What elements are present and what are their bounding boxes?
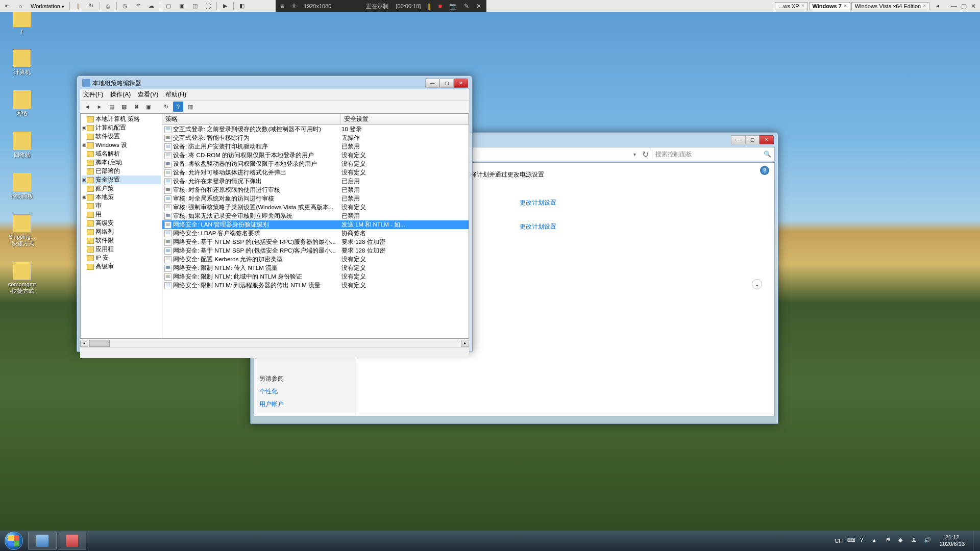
show-desktop-button[interactable] [973,531,980,551]
maximize-button[interactable]: ▢ [745,135,760,144]
close-icon[interactable]: × [801,3,804,9]
tree-item[interactable]: ▣安全设置 [82,176,161,184]
menu-action[interactable]: 操作(A) [110,90,131,99]
tray-keyboard-icon[interactable]: ⌨ [847,537,855,545]
policy-row[interactable]: 网络安全: 限制 NTLM: 此域中的 NTLM 身份验证没有定义 [162,272,469,281]
tray-chevron-icon[interactable]: ▴ [873,537,881,545]
vm-clock-icon[interactable]: ◷ [120,2,130,11]
close-button[interactable]: ✕ [454,79,468,88]
policy-row[interactable]: 设备: 防止用户安装打印机驱动程序已禁用 [162,142,469,151]
sidebar-link-personalize[interactable]: 个性化 [259,385,351,398]
policy-row[interactable]: 审核: 强制审核策略子类别设置(Windows Vista 或更高版本...没有… [162,203,469,212]
policy-row[interactable]: 审核: 如果无法记录安全审核则立即关闭系统已禁用 [162,212,469,220]
desktop-icon-folder[interactable]: f [4,9,40,35]
rec-camera-icon[interactable]: 📷 [449,3,457,10]
vm-revert-icon[interactable]: ↶ [133,2,143,11]
vm-manage-icon[interactable]: ☁ [146,2,157,11]
vm-tab-win7[interactable]: Windows 7× [809,2,850,10]
vm-home-icon[interactable]: ⌂ [15,2,26,11]
vm-view1-icon[interactable]: ▢ [163,2,174,11]
tree-item[interactable]: 已部署的 [82,167,161,176]
tree-item[interactable]: 应用程 [82,245,161,254]
policy-row[interactable]: 设备: 允许在未登录的情况下弹出已启用 [162,177,469,186]
scroll-right-icon[interactable]: ▸ [461,340,469,347]
vm-view3-icon[interactable]: ◫ [190,2,200,11]
col-setting[interactable]: 安全设置 [341,114,469,124]
sidebar-link-user[interactable]: 用户帐户 [259,398,351,411]
vm-fullscreen-icon[interactable]: ▶ [220,2,230,11]
dropdown-icon[interactable]: ▾ [630,152,639,157]
rec-pencil-icon[interactable]: ✎ [464,3,469,10]
back-icon[interactable]: ◄ [82,102,92,112]
vm-pause-icon[interactable]: ‖ [73,2,83,11]
tree-item[interactable]: ▣本地策 [82,193,161,202]
tree-item[interactable]: ▣计算机配置 [82,123,161,132]
scroll-thumb[interactable] [89,340,110,347]
policy-row[interactable]: 网络安全: 基于 NTLM SSP 的(包括安全 RPC)客户端的最小...要求… [162,246,469,255]
rec-pause-icon[interactable]: ‖ [428,3,431,10]
tray-help-icon[interactable]: ? [860,537,868,545]
expand-icon[interactable]: ⌄ [752,279,762,289]
menu-help[interactable]: 帮助(H) [165,90,186,99]
maximize-button[interactable]: ▢ [439,79,454,88]
policy-row[interactable]: 网络安全: 基于 NTLM SSP 的(包括安全 RPC)服务器的最小...要求… [162,238,469,246]
tree-item[interactable]: 用 [82,210,161,219]
link-change-plan[interactable]: 更改计划设置 [520,198,764,207]
refresh-icon[interactable]: ↻ [161,102,171,112]
vm-view2-icon[interactable]: ▣ [177,2,187,11]
help-icon[interactable]: ? [173,102,183,112]
minimize-button[interactable]: — [731,135,745,144]
tree-item[interactable]: 本地计算机 策略 [82,115,161,123]
vm-workstation-menu[interactable]: Workstation [29,3,66,9]
vm-next-icon[interactable]: ↻ [86,2,96,11]
vm-close-icon[interactable]: ✕ [971,3,976,10]
tray-volume-icon[interactable]: 🔊 [924,537,932,545]
policy-row[interactable]: 网络安全: LAN 管理器身份验证级别发送 LM 和 NTLM - 如... [162,220,469,229]
delete-icon[interactable]: ✖ [131,102,141,112]
rec-stop-icon[interactable]: ■ [438,3,442,10]
close-icon[interactable]: × [923,3,926,9]
list-body[interactable]: 交互式登录: 之前登录到缓存的次数(域控制器不可用时)10 登录交互式登录: 智… [162,125,469,338]
tree-item[interactable]: 脚本(启动 [82,158,161,167]
policy-row[interactable]: 网络安全: LDAP 客户端签名要求协商签名 [162,229,469,238]
horizontal-scrollbar[interactable]: ◂ ▸ [80,339,469,347]
tree-item[interactable]: 账户策 [82,184,161,193]
close-icon[interactable]: × [844,3,847,9]
refresh-icon[interactable]: ↻ [639,149,652,159]
desktop-icon-controlpanel[interactable]: 控制面板 [4,173,40,200]
search-input[interactable]: 搜索控制面板 🔍 [652,150,774,159]
taskbar-clock[interactable]: 21:12 2020/6/13 [937,534,968,547]
gpedit-window[interactable]: 本地组策略编辑器 — ▢ ✕ 文件(F) 操作(A) 查看(V) 帮助(H) ◄… [77,76,473,352]
taskbar-item-2[interactable] [58,532,86,550]
scroll-left-icon[interactable]: ◂ [80,340,88,347]
policy-row[interactable]: 交互式登录: 之前登录到缓存的次数(域控制器不可用时)10 登录 [162,125,469,134]
rec-menu-icon[interactable]: ≡ [281,3,284,10]
desktop-icon-network[interactable]: 网络 [4,90,40,117]
tree-item[interactable]: 审 [82,202,161,210]
policy-row[interactable]: 网络安全: 配置 Kerberos 允许的加密类型没有定义 [162,255,469,264]
link-change-plan-2[interactable]: 更改计划设置 [520,222,764,231]
filter-icon[interactable]: ▥ [185,102,195,112]
up-icon[interactable]: ▤ [107,102,117,112]
tray-network-icon[interactable]: 🖧 [911,537,919,545]
tray-app-icon[interactable]: ◆ [898,537,906,545]
rec-pin-icon[interactable]: ✛ [291,3,297,10]
policy-row[interactable]: 交互式登录: 智能卡移除行为无操作 [162,134,469,142]
vm-snapshot-icon[interactable]: ⎙ [103,2,113,11]
search-icon[interactable]: 🔍 [764,151,771,158]
tree-item[interactable]: 软件限 [82,236,161,245]
vm-minimize-icon[interactable]: — [951,3,957,10]
policy-row[interactable]: 网络安全: 限制 NTLM: 到远程服务器的传出 NTLM 流量没有定义 [162,281,469,290]
tree-item[interactable]: ▣Windows 设 [82,141,161,149]
policy-row[interactable]: 审核: 对备份和还原权限的使用进行审核已禁用 [162,186,469,194]
titlebar[interactable]: 本地组策略编辑器 — ▢ ✕ [80,79,469,89]
ime-indicator[interactable]: CH [835,538,843,544]
properties-icon[interactable]: ▦ [119,102,129,112]
desktop-icon-shortcut1[interactable]: Shipping... -快捷方式 [4,214,40,247]
vm-pin-icon[interactable]: ⇤ [2,2,12,11]
tree-item[interactable]: 高级审 [82,262,161,271]
tree-item[interactable]: 软件设置 [82,132,161,141]
vm-tab-xp[interactable]: ...ws XP× [775,2,807,10]
close-button[interactable]: ✕ [760,135,774,144]
tree-item[interactable]: IP 安 [82,254,161,262]
